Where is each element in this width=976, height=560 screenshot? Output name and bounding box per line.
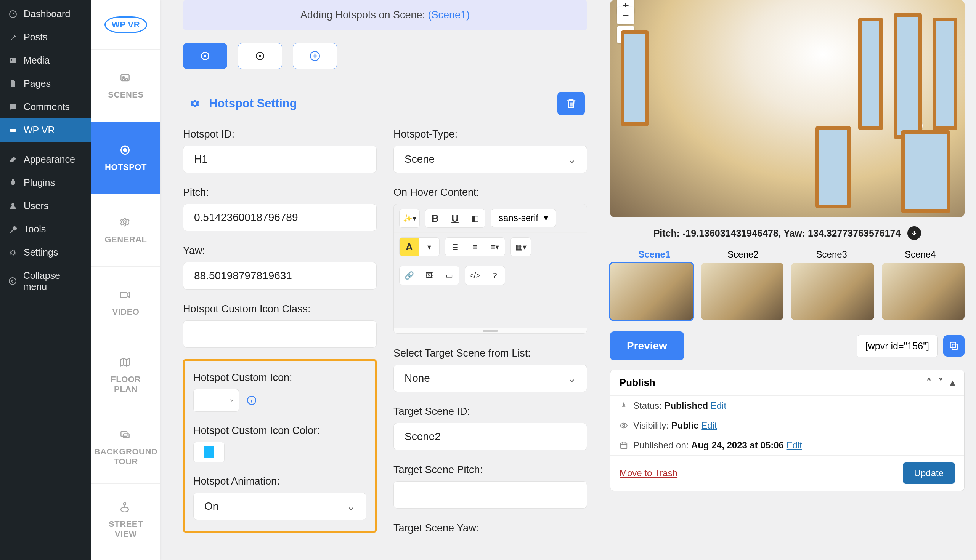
- comment-icon: [8, 102, 18, 112]
- rte-video-button[interactable]: ▭: [439, 266, 459, 285]
- highlighted-section: Hotspot Custom Icon: Hotspot Custom Icon…: [183, 359, 377, 533]
- collapse-icon: [8, 276, 18, 287]
- svg-rect-16: [951, 342, 956, 348]
- custom-icon-field: Hotspot Custom Icon:: [193, 372, 366, 412]
- wp-menu-wp-vr[interactable]: WP VR: [0, 118, 92, 142]
- scene-thumb-scene3[interactable]: [791, 263, 874, 320]
- wp-menu-users[interactable]: Users: [0, 194, 92, 218]
- wp-menu-collapse-menu[interactable]: Collapse menu: [0, 264, 92, 298]
- wp-admin-sidebar: DashboardPostsMediaPagesCommentsWP VRApp…: [0, 0, 92, 560]
- wp-menu-tools[interactable]: Tools: [0, 218, 92, 241]
- wp-menu-dashboard[interactable]: Dashboard: [0, 2, 92, 25]
- general-icon: [119, 217, 133, 230]
- rte-magic-button[interactable]: ✨▾: [399, 209, 419, 227]
- target-scene-select[interactable]: None ⌄: [393, 365, 587, 392]
- plugin-tab-bgtour[interactable]: BACKGROUNDTOUR: [92, 412, 160, 484]
- rte-textcolor-button[interactable]: A: [399, 238, 419, 256]
- panorama-preview[interactable]: + −: [610, 0, 964, 217]
- rte-ol-button[interactable]: ≡: [465, 238, 485, 256]
- rte-align-button[interactable]: ≡▾: [485, 238, 505, 256]
- chevron-down-icon: [229, 397, 235, 403]
- scene-tab-scene4[interactable]: Scene4: [876, 249, 965, 263]
- rte-ul-button[interactable]: ≣: [445, 238, 465, 256]
- wp-menu-settings[interactable]: Settings: [0, 241, 92, 264]
- scene-thumb-scene2[interactable]: [701, 263, 784, 320]
- hotspot-id-input[interactable]: [183, 145, 377, 173]
- plugin-tab-general[interactable]: GENERAL: [92, 194, 160, 267]
- rte-table-button[interactable]: ▦▾: [511, 238, 531, 256]
- rte-eraser-button[interactable]: ◧: [465, 209, 485, 227]
- copy-shortcode-button[interactable]: [943, 335, 964, 357]
- target-scene-id-input[interactable]: [393, 423, 587, 450]
- edit-visibility-link[interactable]: Edit: [701, 420, 717, 430]
- plugin-tab-streetview[interactable]: STREETVIEW: [92, 484, 160, 556]
- yaw-input[interactable]: [183, 262, 377, 290]
- rte-content-area[interactable]: [394, 290, 587, 328]
- update-button[interactable]: Update: [903, 462, 955, 484]
- rte-underline-button[interactable]: U: [445, 209, 465, 227]
- panel-up-button[interactable]: ˄: [926, 377, 931, 388]
- svg-rect-15: [952, 344, 957, 349]
- plugin-tab-video[interactable]: VIDEO: [92, 267, 160, 339]
- rte-bold-button[interactable]: B: [426, 209, 445, 227]
- scene-thumb-scene1[interactable]: [610, 263, 693, 320]
- chevron-down-icon: ▾: [544, 213, 548, 223]
- plugin-logo-text: WP VR: [104, 17, 147, 33]
- rte-link-button[interactable]: 🔗: [399, 266, 419, 285]
- hotspot-tab-2[interactable]: [238, 43, 282, 69]
- scene-tab-scene2[interactable]: Scene2: [699, 249, 788, 263]
- scene-tab-scene3[interactable]: Scene3: [787, 249, 876, 263]
- bgtour-icon: [119, 428, 133, 442]
- rte-resize-handle[interactable]: [394, 328, 587, 333]
- delete-hotspot-button[interactable]: [557, 92, 585, 115]
- custom-icon-picker[interactable]: [193, 389, 239, 412]
- dashboard-icon: [8, 9, 18, 20]
- wp-menu-posts[interactable]: Posts: [0, 25, 92, 49]
- scene-thumb-scene4[interactable]: [882, 263, 965, 320]
- wp-menu-media[interactable]: Media: [0, 49, 92, 72]
- rte-code-button[interactable]: </>: [465, 266, 485, 285]
- preview-sidebar: + − Pitch: -19.136031431946478, Yaw: 134…: [610, 0, 976, 560]
- panel-down-button[interactable]: ˅: [938, 377, 943, 388]
- shortcode-text: [wpvr id="156"]: [857, 335, 938, 357]
- hotspot-tab-1[interactable]: [183, 43, 227, 69]
- icon-color-swatch[interactable]: [193, 442, 224, 462]
- hotspot-setting-heading: Hotspot Setting: [189, 97, 297, 110]
- plugin-tab-floorplan[interactable]: FLOORPLAN: [92, 339, 160, 412]
- icon-class-input[interactable]: [183, 320, 377, 348]
- plugin-tab-hotspot[interactable]: HOTSPOT: [92, 122, 160, 194]
- hotspot-add-button[interactable]: [293, 43, 337, 69]
- apply-coords-button[interactable]: [907, 226, 921, 240]
- target-scene-list-field: Select Target Scene from List: None ⌄: [393, 347, 587, 392]
- rte-textcolor-dropdown[interactable]: ▾: [419, 238, 439, 256]
- edit-status-link[interactable]: Edit: [711, 400, 726, 411]
- floorplan-icon: [119, 356, 133, 370]
- plugin-tab-scenes[interactable]: SCENES: [92, 50, 160, 122]
- rte-help-button[interactable]: ?: [485, 266, 505, 285]
- info-icon[interactable]: [247, 395, 257, 405]
- hotspot-type-select[interactable]: Scene ⌄: [393, 145, 587, 173]
- target-pitch-input[interactable]: [393, 481, 587, 508]
- publish-box: Publish ˄ ˅ ▴ Status: Published Edit Vis…: [610, 370, 964, 491]
- panel-toggle-button[interactable]: ▴: [950, 377, 955, 388]
- animation-select[interactable]: On ⌄: [193, 493, 366, 520]
- preview-button[interactable]: Preview: [610, 332, 684, 360]
- wp-menu-comments[interactable]: Comments: [0, 95, 92, 118]
- video-icon: [119, 289, 133, 302]
- rte-font-select[interactable]: sans-serif ▾: [491, 209, 556, 227]
- download-icon: [911, 230, 918, 237]
- wp-menu-appearance[interactable]: Appearance: [0, 148, 92, 171]
- rte-image-button[interactable]: 🖼: [419, 266, 439, 285]
- page-icon: [8, 78, 18, 89]
- scene-tab-scene1[interactable]: Scene1: [610, 249, 699, 263]
- edit-date-link[interactable]: Edit: [787, 440, 802, 450]
- move-to-trash-link[interactable]: Move to Trash: [620, 468, 677, 478]
- wp-menu-pages[interactable]: Pages: [0, 72, 92, 95]
- hotspot-type-field: Hotspot-Type: Scene ⌄: [393, 128, 587, 173]
- banner-scene-link[interactable]: (Scene1): [428, 9, 470, 20]
- rich-text-editor: ✨▾ B U ◧ sans-serif ▾: [393, 204, 587, 334]
- scenes-icon: [119, 72, 133, 85]
- plug-icon: [8, 178, 18, 188]
- pitch-input[interactable]: [183, 204, 377, 231]
- wp-menu-plugins[interactable]: Plugins: [0, 171, 92, 194]
